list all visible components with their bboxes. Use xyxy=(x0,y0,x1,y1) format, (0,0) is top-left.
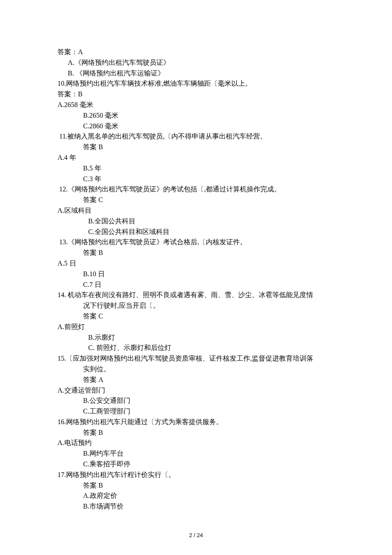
question-13: 13.《网络预约出租汽车驾驶员证》考试合格后,〔内核发证件。 xyxy=(58,237,337,248)
option-a: A.《网络预约出租汽车驾驶员证》 xyxy=(58,58,337,68)
option-c: C.7 日 xyxy=(58,280,337,290)
option-a: A.电话预约 xyxy=(58,438,337,448)
option-a: A.交通运管部门 xyxy=(58,385,337,396)
option-a: A.区域科目 xyxy=(58,205,337,216)
option-c: C.工商管理部门 xyxy=(58,406,337,417)
option-a: A.5 日 xyxy=(58,258,337,269)
answer-line: 答案 C xyxy=(58,311,337,322)
option-b: B.网约车平台 xyxy=(58,448,337,459)
page: 答案：A A.《网络预约出租汽车驾驶员证》 B. 《网络预约出租汽车运输证》 1… xyxy=(0,0,392,555)
answer-line: 答案：A xyxy=(58,47,337,58)
option-b: B. 《网络预约出租汽车运输证》 xyxy=(58,68,337,79)
option-b: B.5 年 xyxy=(58,163,337,174)
question-16: 16.网络预约出租汽车只能通过〔方式为乘客提供服务。 xyxy=(58,417,337,428)
option-c: C.2860 毫米 xyxy=(58,121,337,132)
answer-line: 答案 A xyxy=(58,375,337,385)
answer-line: 答案 C xyxy=(58,195,337,205)
question-15: 15.〔应加强对网络预约出租汽车驾驶员资质审核、证件核发工作,监督促进教育培训落 xyxy=(58,353,337,364)
question-17: 17.网络预约出租汽车计程计价实行〔。 xyxy=(58,470,337,480)
option-b: B.全国公共科目 xyxy=(58,216,337,227)
question-10: 10.网络预约出租汽车车辆技术标准,燃油车车辆轴距〔毫米以上。 xyxy=(58,78,337,89)
answer-line: 答案：B xyxy=(58,89,337,100)
option-a: A.政府定价 xyxy=(58,491,337,501)
option-c: C.全国公共科目和区域科目 xyxy=(58,227,337,237)
answer-line: 答案 B xyxy=(58,248,337,258)
option-a: A.前照灯 xyxy=(58,322,337,332)
answer-line: 答案 B xyxy=(58,142,337,153)
option-b: B.公安交通部门 xyxy=(58,396,337,406)
page-number: 2 / 24 xyxy=(0,531,392,540)
option-a: A.2658 毫米 xyxy=(58,100,337,110)
option-c: C.3 年 xyxy=(58,174,337,185)
question-11: 11.被纳入黑名单的出租汽车驾驶员,〔内不得申请从事出租汽车经营。 xyxy=(58,131,337,142)
option-b: B.市场调节价 xyxy=(58,501,337,512)
option-c: C. 前照灯、示廓灯和后位灯 xyxy=(58,343,337,353)
option-b: B.2650 毫米 xyxy=(58,110,337,121)
question-14: 14. 机动车在夜间没有路灯、照明不良或者遇有雾、雨、雪、沙尘、冰雹等低能见度情 xyxy=(58,290,337,301)
option-b: B.示廓灯 xyxy=(58,332,337,343)
question-14-cont: 况下行驶时,应当开启〔。 xyxy=(58,301,337,311)
answer-line: 答案 B xyxy=(58,428,337,438)
question-12: 12.《网络预约出租汽车驾驶员证》的考试包括〔,都通过计算机操作完成。 xyxy=(58,184,337,195)
question-15-cont: 实到位。 xyxy=(58,364,337,375)
option-a: A.4 年 xyxy=(58,153,337,163)
option-c: C.乘客招手即停 xyxy=(58,459,337,470)
option-b: B.10 日 xyxy=(58,269,337,280)
answer-line: 答案 B xyxy=(58,480,337,491)
